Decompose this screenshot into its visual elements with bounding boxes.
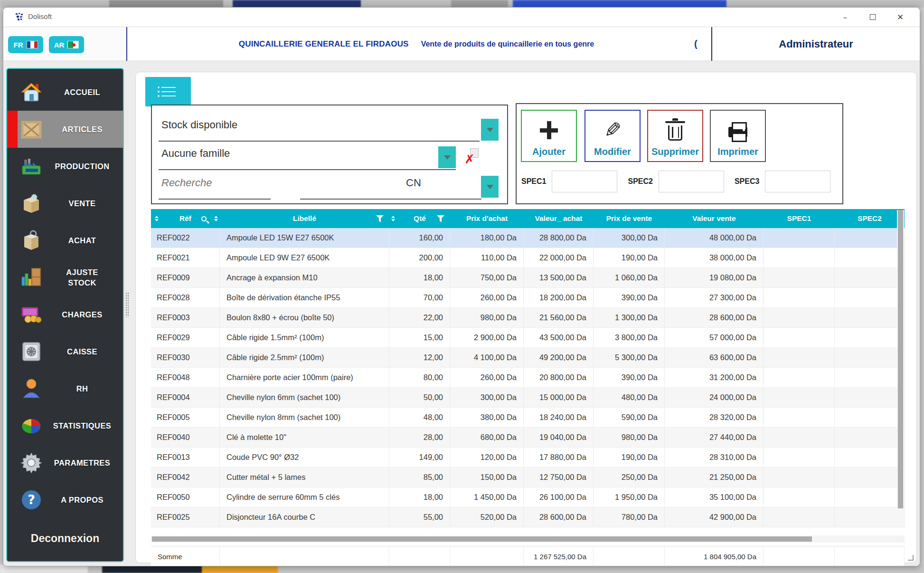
sort-icon[interactable] — [391, 216, 395, 221]
cell-qte: 85,00 — [389, 468, 450, 487]
family-filter-dropdown-button[interactable] — [438, 146, 456, 168]
cell-libelle: Câble rigide 1.5mm² (100m) — [220, 328, 389, 347]
cell-libelle: Ampoule LED 9W E27 6500K — [220, 248, 389, 267]
app-logo-icon — [15, 12, 24, 22]
cell-spec2 — [835, 368, 905, 387]
sidebar-item-caisse[interactable]: CAISSE — [7, 333, 123, 370]
table-row[interactable]: REF0004Cheville nylon 6mm (sachet 100)50… — [151, 388, 905, 408]
cell-spec2 — [835, 348, 905, 367]
sidebar-item-achat[interactable]: ACHAT — [7, 222, 123, 259]
sidebar-item-ajuste-stock[interactable]: AJUSTE STOCK — [7, 259, 123, 296]
cell-valeur_vente: 42 900,00 Da — [665, 507, 764, 527]
lang-fr-button[interactable]: FR — [8, 36, 43, 53]
cell-prix_achat: 150,00 Da — [450, 468, 524, 487]
table-row[interactable]: REF0040Clé à molette 10"28,00680,00 Da19… — [151, 428, 905, 448]
table-row[interactable]: REF0029Câble rigide 1.5mm² (100m)15,002 … — [151, 328, 905, 348]
search-mode-value: CN — [406, 177, 421, 189]
logout-button[interactable]: Deconnexion — [7, 523, 123, 554]
list-view-button[interactable] — [145, 77, 191, 106]
spec2-input[interactable] — [659, 171, 724, 192]
actions-panel: Ajouter ✎ Modifier Supprimer Imprimer SP… — [516, 103, 843, 204]
column-header-spec2[interactable]: SPEC2 › — [835, 209, 905, 228]
header-divider — [126, 27, 127, 61]
sort-icon[interactable] — [155, 216, 159, 221]
cell-valeur_achat: 15 000,00 Da — [524, 388, 594, 407]
cell-ref: REF0005 — [151, 408, 220, 427]
sidebar-item-rh[interactable]: RH — [7, 370, 123, 407]
table-row[interactable]: REF0003Boulon 8x80 + écrou (boîte 50)22,… — [151, 308, 905, 328]
vertical-scrollbar[interactable] — [897, 210, 904, 508]
table-row[interactable]: REF0009Ancrage à expansion M1018,00750,0… — [151, 268, 905, 288]
sidebar-item-accueil[interactable]: ACCUEIL — [7, 74, 123, 111]
sidebar-item-label: AJUSTE STOCK — [55, 267, 111, 288]
sidebar-item-vente[interactable]: VENTE — [7, 185, 123, 222]
cell-libelle: Cylindre de serrure 60mm 5 clés — [220, 487, 389, 507]
cell-spec2 — [835, 328, 905, 347]
clear-family-filter-button[interactable]: ✗ — [464, 148, 479, 163]
add-button-label: Ajouter — [532, 146, 566, 157]
column-header-prix-vente[interactable]: Prix de vente — [594, 209, 665, 228]
maximize-button[interactable]: ☐ — [859, 8, 886, 27]
person-icon — [19, 377, 43, 401]
sidebar-item-parametres[interactable]: PARAMETRES — [7, 444, 123, 481]
table-row[interactable]: REF0028Boîte de dérivation étanche IP557… — [151, 288, 905, 308]
minimize-button[interactable]: – — [831, 8, 859, 27]
sidebar-item-a-propos[interactable]: ?A PROPOS — [7, 481, 123, 518]
column-header-spec1[interactable]: SPEC1 — [764, 209, 835, 228]
cell-prix_vente: 390,00 Da — [594, 368, 665, 387]
cell-spec1 — [764, 388, 835, 407]
table-row[interactable]: REF0021Ampoule LED 9W E27 6500K200,00110… — [151, 248, 905, 268]
chevron-down-icon — [444, 155, 451, 160]
summary-valeur-achat: 1 267 525,00 Da — [524, 546, 594, 566]
search-input[interactable] — [161, 177, 275, 189]
column-header-prix-achat[interactable]: Prix d'achat — [450, 209, 524, 228]
stock-filter-value: Stock disponible — [161, 119, 237, 131]
table-row[interactable]: REF0048Charnière porte acier 100mm (pair… — [151, 368, 905, 388]
cell-prix_vente: 980,00 Da — [594, 428, 665, 447]
print-button[interactable]: Imprimer — [710, 110, 766, 162]
column-header-libelle[interactable]: Libellé — [220, 209, 389, 228]
column-header-valeur-vente[interactable]: Valeur vente — [665, 209, 764, 228]
sort-icon[interactable] — [214, 216, 218, 221]
stock-filter-dropdown-button[interactable] — [481, 119, 499, 141]
horizontal-scrollbar[interactable] — [151, 535, 905, 543]
cell-qte: 55,00 — [389, 507, 450, 527]
cell-ref: REF0004 — [151, 388, 220, 407]
sidebar-item-label: PARAMETRES — [43, 458, 123, 468]
delete-button[interactable]: Supprimer — [647, 110, 703, 162]
spec1-input[interactable] — [552, 171, 617, 192]
cell-valeur_vente: 19 080,00 Da — [665, 268, 764, 287]
spec3-input[interactable] — [765, 171, 830, 192]
column-header-ref[interactable]: Réf — [151, 209, 220, 228]
splitter-handle[interactable] — [125, 292, 129, 317]
table-row[interactable]: REF0050Cylindre de serrure 60mm 5 clés18… — [151, 487, 905, 507]
table-row[interactable]: REF0030Câble rigide 2.5mm² (100m)12,004 … — [151, 348, 905, 368]
sidebar-item-label: ACCUEIL — [43, 87, 123, 97]
cell-spec2 — [835, 448, 905, 467]
table-row[interactable]: REF0042Cutter métal + 5 lames85,00150,00… — [151, 468, 905, 487]
search-mode-dropdown-button[interactable] — [481, 176, 499, 198]
filter-funnel-icon[interactable] — [437, 215, 444, 222]
column-header-valeur-achat[interactable]: Valeur_ achat — [524, 209, 594, 228]
sidebar-item-articles[interactable]: ARTICLES — [7, 111, 123, 148]
sidebar-item-statistiques[interactable]: STATISTIQUES — [7, 407, 123, 444]
sidebar-item-charges[interactable]: CHARGES — [7, 296, 123, 333]
filter-funnel-icon[interactable] — [376, 215, 384, 222]
add-button[interactable]: Ajouter — [521, 110, 577, 162]
cell-valeur_achat: 21 560,00 Da — [524, 308, 594, 327]
table-row[interactable]: REF0022Ampoule LED 15W E27 6500K160,0018… — [151, 228, 905, 248]
close-button[interactable]: ✕ — [886, 8, 914, 27]
resize-grip-icon[interactable] — [908, 555, 914, 561]
lang-ar-button[interactable]: AR — [49, 36, 84, 53]
cell-libelle: Cheville nylon 8mm (sachet 100) — [220, 408, 389, 427]
title-bar[interactable]: Dolisoft – ☐ ✕ — [3, 8, 920, 27]
table-row[interactable]: REF0005Cheville nylon 8mm (sachet 100)48… — [151, 408, 905, 428]
sidebar-item-production[interactable]: PRODUCTION — [7, 148, 123, 185]
filters-panel: Stock disponible Aucune famille ✗ — [151, 105, 508, 204]
svg-text:?: ? — [28, 492, 35, 507]
table-row[interactable]: REF0025Disjoncteur 16A courbe C55,00520,… — [151, 507, 905, 527]
column-header-qte[interactable]: Qté — [389, 209, 450, 228]
table-row[interactable]: REF0013Coude PVC 90° Ø32149,00120,00 Da1… — [151, 448, 905, 468]
search-icon[interactable] — [201, 216, 207, 221]
edit-button[interactable]: ✎ Modifier — [585, 110, 641, 162]
